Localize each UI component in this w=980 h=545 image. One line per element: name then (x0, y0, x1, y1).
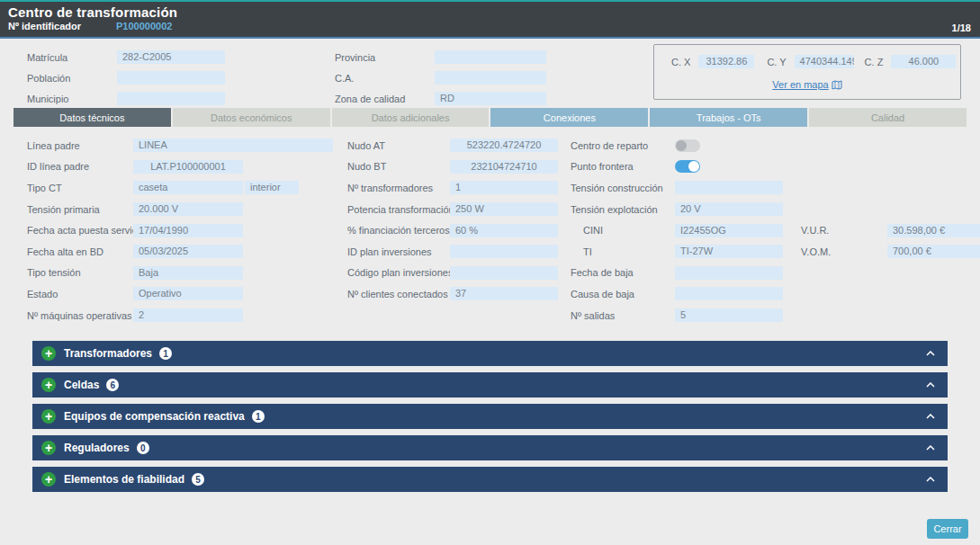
fecha-alta-bd-field[interactable]: 05/03/2025 (133, 245, 243, 258)
sub-sections: Transformadores 1 Celdas 6 Equipos de co… (32, 341, 948, 492)
add-plus-icon[interactable] (41, 472, 56, 487)
record-id-label: Nº identificador (8, 21, 105, 31)
id-plan-inversiones-row: ID plan inversiones (347, 241, 558, 263)
linea-padre-field[interactable]: LINEA (133, 138, 333, 152)
tipo-ct-interior-field[interactable]: interior (245, 181, 299, 194)
chevron-up-icon[interactable] (926, 382, 935, 388)
estado-row: Estado Operativo (27, 283, 333, 305)
potencia-transformacion-field[interactable]: 250 W (450, 202, 558, 216)
fecha-baja-row: Fecha de baja (571, 263, 980, 284)
centro-reparto-row: Centro de reparto (571, 135, 980, 156)
provincia-row: Provincia (335, 47, 546, 67)
poblacion-field[interactable] (117, 71, 225, 85)
poblacion-row: Población (27, 67, 225, 88)
tension-primaria-row: Tensión primaria 20.000 V (27, 199, 333, 220)
maquinas-operativas-row: Nº máquinas operativas 2 (27, 305, 333, 326)
financiacion-terceros-label: % financiación terceros (347, 225, 450, 236)
ver-en-mapa-link[interactable]: Ver en mapa (772, 79, 841, 90)
tipo-ct-field[interactable]: caseta (133, 181, 243, 194)
provincia-label: Provincia (335, 52, 435, 63)
tab-calidad[interactable]: Calidad (809, 108, 967, 127)
nudo-bt-label: Nudo BT (347, 161, 450, 172)
cini-label: CINI (571, 225, 675, 236)
form-column-2: Nudo AT 523220.4724720 Nudo BT 232104724… (333, 135, 558, 326)
accordion-celdas[interactable]: Celdas 6 (32, 372, 948, 398)
detail-tabs: Datos técnicos Datos económicos Datos ad… (13, 108, 967, 127)
tipo-ct-row: Tipo CT caseta interior (27, 177, 333, 199)
tab-datos-economicos[interactable]: Datos económicos (173, 108, 330, 127)
matricula-row: Matrícula 282-C2005 (27, 47, 225, 67)
fecha-baja-field[interactable] (675, 266, 783, 280)
financiacion-terceros-field[interactable]: 60 % (450, 224, 558, 237)
cini-field[interactable]: I22455OG (675, 224, 783, 237)
clientes-conectados-field[interactable]: 37 (450, 287, 558, 300)
accordion-reguladores[interactable]: Reguladores 0 (32, 435, 948, 460)
chevron-up-icon[interactable] (926, 477, 935, 482)
estado-field[interactable]: Operativo (133, 287, 243, 300)
nudo-bt-field[interactable]: 232104724710 (450, 160, 558, 174)
maquinas-operativas-field[interactable]: 2 (133, 308, 243, 322)
count-badge: 6 (106, 379, 119, 391)
zona-calidad-field[interactable]: RD (435, 92, 546, 105)
tab-datos-adicionales[interactable]: Datos adicionales (332, 108, 490, 127)
nudo-bt-row: Nudo BT 232104724710 (347, 156, 558, 178)
add-plus-icon[interactable] (41, 409, 56, 424)
ca-label: C.A. (335, 73, 435, 84)
fecha-acta-field[interactable]: 17/04/1990 (133, 224, 243, 237)
accordion-transformadores[interactable]: Transformadores 1 (32, 341, 948, 366)
tab-conexiones[interactable]: Conexiones (490, 108, 648, 127)
id-linea-padre-field[interactable]: LAT.P100000001 (133, 160, 243, 174)
datos-tecnicos-panel: Línea padre LINEA ID línea padre LAT.P10… (0, 135, 980, 326)
accordion-elementos-fiabilidad[interactable]: Elementos de fiabilidad 5 (32, 467, 948, 492)
centro-reparto-label: Centro de reparto (571, 140, 675, 151)
tab-datos-tecnicos[interactable]: Datos técnicos (13, 108, 171, 127)
punto-frontera-toggle[interactable] (675, 160, 700, 173)
fecha-baja-label: Fecha de baja (571, 267, 675, 278)
municipio-field[interactable] (117, 92, 225, 105)
add-plus-icon[interactable] (41, 378, 56, 392)
nudo-at-field[interactable]: 523220.4724720 (450, 138, 558, 152)
potencia-transformacion-row: Potencia transformación 250 W (347, 199, 558, 220)
num-salidas-field[interactable]: 5 (675, 308, 783, 322)
tipo-tension-label: Tipo tensión (27, 267, 133, 278)
accordion-equipos-compensacion[interactable]: Equipos de compensación reactiva 1 (32, 404, 948, 429)
centro-reparto-toggle[interactable] (675, 139, 700, 152)
ti-field[interactable]: TI-27W (675, 245, 783, 258)
fecha-acta-label: Fecha acta puesta servicio (27, 225, 133, 236)
tipo-tension-field[interactable]: Baja (133, 266, 243, 280)
id-plan-inversiones-field[interactable] (450, 245, 558, 258)
add-plus-icon[interactable] (41, 346, 56, 361)
count-badge: 0 (137, 442, 149, 454)
general-section: Matrícula 282-C2005 Población Municipio … (0, 39, 980, 108)
causa-baja-field[interactable] (675, 287, 783, 300)
id-plan-inversiones-label: ID plan inversiones (347, 246, 450, 257)
chevron-up-icon[interactable] (926, 414, 935, 419)
punto-frontera-row: Punto frontera (571, 156, 980, 178)
coordinates-panel: C. X 31392.86 C. Y 4740344.149 C. Z 46.0… (653, 44, 961, 100)
tension-construccion-field[interactable] (675, 181, 783, 194)
tab-trabajos-ots[interactable]: Trabajos - OTs (650, 108, 807, 127)
coord-x-label: C. X (671, 57, 690, 67)
tension-primaria-field[interactable]: 20.000 V (133, 202, 243, 216)
coord-x-field[interactable]: 31392.86 (698, 55, 754, 68)
coord-z-field[interactable]: 46.000 (891, 55, 956, 68)
add-plus-icon[interactable] (41, 441, 56, 455)
coord-y-label: C. Y (767, 57, 786, 67)
chevron-up-icon[interactable] (926, 445, 935, 451)
codigo-plan-inversiones-field[interactable] (450, 266, 558, 280)
coord-y-field[interactable]: 4740344.149 (795, 55, 854, 68)
tension-explotacion-row: Tensión explotación 20 V (571, 199, 980, 220)
tension-construccion-label: Tensión construcción (571, 183, 675, 193)
record-id-value: P100000002 (116, 21, 172, 31)
matricula-field[interactable]: 282-C2005 (117, 50, 225, 64)
provincia-field[interactable] (435, 50, 546, 64)
page-title: Centro de transformación (8, 4, 969, 20)
tension-explotacion-field[interactable]: 20 V (675, 202, 783, 216)
tipo-ct-label: Tipo CT (27, 183, 133, 193)
vom-field[interactable]: 700,00 € (887, 245, 980, 258)
ca-field[interactable] (435, 71, 546, 85)
chevron-up-icon[interactable] (926, 351, 935, 356)
num-transformadores-field[interactable]: 1 (450, 181, 558, 194)
vur-field[interactable]: 30.598,00 € (887, 224, 980, 237)
close-button[interactable]: Cerrar (927, 519, 968, 539)
